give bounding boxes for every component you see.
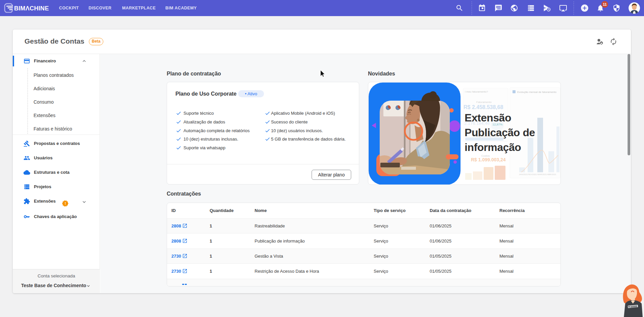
svg-text:MAR/2021: MAR/2021 bbox=[537, 173, 547, 175]
svg-text:Faturamento: Faturamento bbox=[476, 101, 492, 104]
svg-text:R$ 2.458.538,68: R$ 2.458.538,68 bbox=[464, 104, 503, 110]
svg-text:FEV/2021: FEV/2021 bbox=[528, 173, 537, 175]
svg-text:informação: informação bbox=[465, 141, 521, 153]
svg-text:Evolução mensal de faturamento: Evolução mensal de faturamento bbox=[517, 91, 557, 94]
svg-text:Extensão: Extensão bbox=[465, 112, 511, 124]
svg-text:l meu faturamento?: l meu faturamento? bbox=[465, 90, 488, 93]
svg-text:ABR/2021: ABR/2021 bbox=[547, 173, 556, 175]
svg-text:Publicação de: Publicação de bbox=[465, 126, 535, 139]
svg-text:JAN/2021: JAN/2021 bbox=[519, 173, 528, 175]
svg-text:R$ 1.099.003,24: R$ 1.099.003,24 bbox=[471, 157, 506, 162]
